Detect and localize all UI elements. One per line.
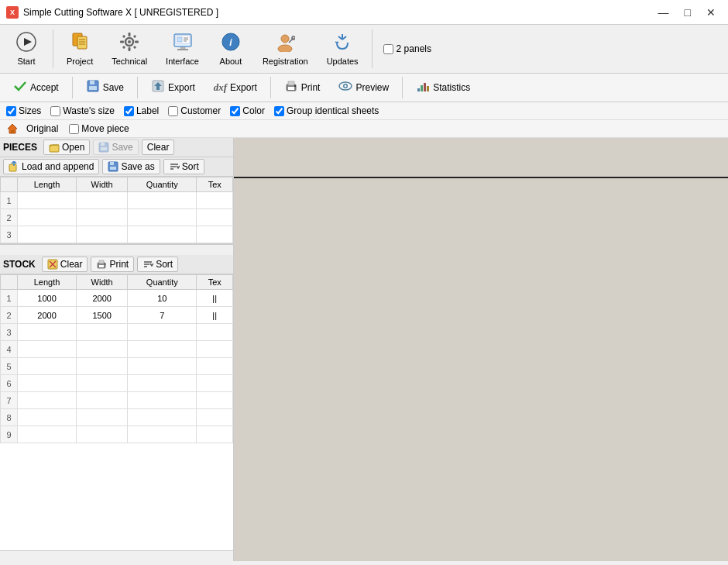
stock-row-4-tex[interactable]: [197, 341, 233, 358]
play-icon: [16, 32, 36, 55]
preview-button[interactable]: Preview: [330, 76, 397, 99]
pieces-row-3-tex[interactable]: [197, 226, 233, 243]
pieces-sort-button[interactable]: Sort: [163, 159, 204, 174]
toolbar-updates-button[interactable]: Updates: [318, 28, 367, 70]
stock-row-5-length[interactable]: [18, 358, 77, 375]
customer-check-label[interactable]: Customer: [168, 105, 221, 116]
label-check-label[interactable]: Label: [124, 105, 159, 116]
stock-row-8-tex[interactable]: [197, 409, 233, 426]
stock-row-3-quantity[interactable]: [128, 324, 197, 341]
stock-row-4-quantity[interactable]: [128, 341, 197, 358]
stock-row-8-width[interactable]: [77, 409, 128, 426]
pieces-save-button[interactable]: Save: [93, 140, 138, 155]
pieces-save-as-button[interactable]: Save as: [102, 159, 160, 174]
stock-row-2-length[interactable]: 2000: [18, 307, 77, 324]
svg-rect-19: [177, 37, 182, 42]
stock-row-1-length[interactable]: 1000: [18, 290, 77, 307]
pieces-clear-button[interactable]: Clear: [142, 140, 175, 155]
stock-sort-button[interactable]: Sort: [137, 257, 178, 272]
sizes-checkbox[interactable]: [6, 106, 16, 116]
svg-rect-24: [177, 49, 188, 50]
pieces-row-3-width[interactable]: [77, 226, 128, 243]
pieces-row-2-tex[interactable]: [197, 209, 233, 226]
stock-row-6-length[interactable]: [18, 375, 77, 392]
stock-row-1-width[interactable]: 2000: [77, 290, 128, 307]
sub-save-button[interactable]: Save: [77, 76, 132, 99]
pieces-open-button[interactable]: Open: [43, 140, 90, 155]
minimize-button[interactable]: —: [652, 5, 675, 20]
stock-row-7-width[interactable]: [77, 392, 128, 409]
pieces-row-1-length[interactable]: [18, 192, 77, 209]
open-icon: [49, 142, 60, 153]
stock-row-8-quantity[interactable]: [128, 409, 197, 426]
toolbar-technical-button[interactable]: Technical: [103, 28, 156, 70]
stock-row-5-width[interactable]: [77, 358, 128, 375]
svg-rect-52: [101, 147, 107, 150]
wastes-size-check-label[interactable]: Waste's size: [50, 105, 115, 116]
accept-button[interactable]: Accept: [5, 76, 67, 99]
stock-row-1-tex[interactable]: ||: [197, 290, 233, 307]
color-check-label[interactable]: Color: [230, 105, 265, 116]
stock-row-2-width[interactable]: 1500: [77, 307, 128, 324]
stock-row-1-quantity[interactable]: 10: [128, 290, 197, 307]
pieces-row-1-width[interactable]: [77, 192, 128, 209]
color-checkbox[interactable]: [230, 106, 240, 116]
sizes-check-label[interactable]: Sizes: [6, 105, 41, 116]
dxf-export-button[interactable]: dxf Export: [205, 78, 266, 97]
stock-row-9-quantity[interactable]: [128, 426, 197, 443]
toolbar-project-button[interactable]: Project: [58, 28, 101, 70]
stock-row-9-tex[interactable]: [197, 426, 233, 443]
stock-print-button[interactable]: Print: [91, 257, 134, 272]
canvas-area[interactable]: [234, 138, 728, 561]
move-piece-check-label[interactable]: Move piece: [69, 123, 129, 134]
export-button[interactable]: Export: [143, 76, 204, 99]
toolbar-about-button[interactable]: i About: [209, 28, 252, 70]
toolbar-start-button[interactable]: Start: [5, 28, 48, 70]
stock-row-7-length[interactable]: [18, 392, 77, 409]
canvas-panel: [234, 138, 728, 561]
two-panels-checkbox[interactable]: [383, 44, 393, 54]
pieces-row-2-quantity[interactable]: [128, 209, 197, 226]
pieces-row-2-width[interactable]: [77, 209, 128, 226]
pieces-hscroll[interactable]: [0, 244, 233, 255]
pieces-row-1-quantity[interactable]: [128, 192, 197, 209]
stock-row-5-tex[interactable]: [197, 358, 233, 375]
stock-row-3-tex[interactable]: [197, 324, 233, 341]
print-button[interactable]: Print: [276, 76, 329, 99]
stock-row-2-tex[interactable]: ||: [197, 307, 233, 324]
stock-row-6-quantity[interactable]: [128, 375, 197, 392]
group-identical-check-label[interactable]: Group identical sheets: [274, 105, 379, 116]
stock-row-7-tex[interactable]: [197, 392, 233, 409]
maximize-button[interactable]: □: [678, 5, 697, 20]
move-piece-checkbox[interactable]: [69, 124, 79, 134]
wastes-size-checkbox[interactable]: [50, 106, 60, 116]
group-identical-checkbox[interactable]: [274, 106, 284, 116]
stock-row-3-length[interactable]: [18, 324, 77, 341]
stock-row-5-quantity[interactable]: [128, 358, 197, 375]
toolbar-registration-button[interactable]: Registration: [254, 28, 317, 70]
stock-row-4-width[interactable]: [77, 341, 128, 358]
close-button[interactable]: ✕: [700, 5, 722, 20]
toolbar-interface-button[interactable]: Interface: [157, 28, 208, 70]
customer-checkbox[interactable]: [168, 106, 178, 116]
stock-row-3-width[interactable]: [77, 324, 128, 341]
pieces-row-3-length[interactable]: [18, 226, 77, 243]
two-panels-label[interactable]: 2 panels: [397, 43, 431, 54]
stock-row-6-width[interactable]: [77, 375, 128, 392]
label-checkbox[interactable]: [124, 106, 134, 116]
stock-row-7-quantity[interactable]: [128, 392, 197, 409]
pieces-load-append-button[interactable]: Load and append: [3, 159, 99, 174]
stock-row-6-tex[interactable]: [197, 375, 233, 392]
stock-row-4-length[interactable]: [18, 341, 77, 358]
stock-clear-button[interactable]: Clear: [42, 257, 88, 272]
checks-row: Sizes Waste's size Label Customer Color …: [0, 102, 728, 120]
pieces-row-1-tex[interactable]: [197, 192, 233, 209]
stock-row-2-quantity[interactable]: 7: [128, 307, 197, 324]
stock-row-9-width[interactable]: [77, 426, 128, 443]
statistics-button[interactable]: Statistics: [407, 76, 479, 99]
stock-row-8-length[interactable]: [18, 409, 77, 426]
pieces-row-2-length[interactable]: [18, 209, 77, 226]
pieces-row-3-quantity[interactable]: [128, 226, 197, 243]
stock-hscroll[interactable]: [0, 550, 233, 561]
stock-row-9-length[interactable]: [18, 426, 77, 443]
